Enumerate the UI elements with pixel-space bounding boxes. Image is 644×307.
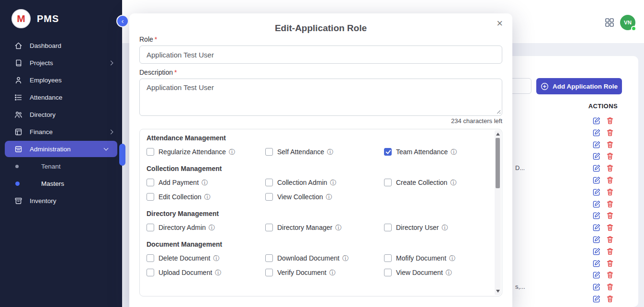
sidebar-item-attendance[interactable]: Attendance xyxy=(0,89,122,106)
sidebar-item-administration[interactable]: Administration xyxy=(5,141,117,157)
info-icon[interactable]: ⓘ xyxy=(213,255,219,262)
checkbox-regularize-attendance[interactable] xyxy=(147,148,154,156)
info-icon[interactable]: ⓘ xyxy=(209,225,215,231)
delete-icon[interactable] xyxy=(606,224,614,231)
info-icon[interactable]: ⓘ xyxy=(202,180,208,186)
delete-icon[interactable] xyxy=(606,117,614,125)
close-icon[interactable]: × xyxy=(495,16,505,31)
delete-icon[interactable] xyxy=(606,164,614,172)
checkbox-view-document[interactable] xyxy=(384,269,392,276)
sidebar-item-projects[interactable]: Projects xyxy=(0,54,122,71)
permission-directory-manager: Directory Managerⓘ xyxy=(265,223,384,232)
edit-icon[interactable] xyxy=(593,248,600,255)
delete-icon[interactable] xyxy=(606,295,614,303)
checkbox-create-collection[interactable] xyxy=(384,179,392,186)
sidebar-collapse-button[interactable]: ‹ xyxy=(116,15,129,27)
delete-icon[interactable] xyxy=(606,236,614,243)
edit-icon[interactable] xyxy=(593,141,600,148)
required-marker: * xyxy=(174,68,177,76)
info-icon[interactable]: ⓘ xyxy=(342,255,349,262)
edit-icon[interactable] xyxy=(593,129,600,136)
edit-icon[interactable] xyxy=(593,117,600,125)
info-icon[interactable]: ⓘ xyxy=(441,225,448,231)
sidebar-subitem-tenant[interactable]: Tenant xyxy=(0,158,122,175)
permission-view-collection: View Collectionⓘ xyxy=(265,193,384,201)
info-icon[interactable]: ⓘ xyxy=(327,149,333,155)
add-application-role-button[interactable]: Add Application Role xyxy=(536,78,622,94)
table-row xyxy=(508,115,637,127)
checkbox-directory-admin[interactable] xyxy=(147,224,154,231)
delete-icon[interactable] xyxy=(606,248,614,255)
edit-icon[interactable] xyxy=(593,236,600,243)
checkbox-directory-user[interactable] xyxy=(384,224,392,231)
edit-icon[interactable] xyxy=(593,164,600,172)
delete-icon[interactable] xyxy=(606,152,614,160)
permission-label: Add Payment xyxy=(158,179,199,186)
checkbox-mofify-document[interactable] xyxy=(384,254,392,262)
checkbox-directory-manager[interactable] xyxy=(265,224,273,231)
checkbox-view-collection[interactable] xyxy=(265,193,273,201)
scroll-up-icon[interactable] xyxy=(496,133,500,136)
checkbox-add-payment[interactable] xyxy=(147,179,154,186)
role-input[interactable] xyxy=(139,45,502,64)
checkbox-download-document[interactable] xyxy=(265,254,273,262)
edit-icon[interactable] xyxy=(593,152,600,160)
permission-label: Self Attendance xyxy=(277,148,324,156)
edit-icon[interactable] xyxy=(593,295,600,303)
delete-icon[interactable] xyxy=(606,260,614,267)
info-icon[interactable]: ⓘ xyxy=(446,270,452,276)
delete-icon[interactable] xyxy=(606,188,614,196)
modal-form: Role* Description* Application Test User… xyxy=(129,24,512,296)
checkbox-self-attendance[interactable] xyxy=(265,148,273,156)
permission-label: Verify Document xyxy=(277,269,327,276)
avatar-initials: VN xyxy=(624,20,632,25)
checkbox-team-attendance[interactable] xyxy=(384,148,392,156)
info-icon[interactable]: ⓘ xyxy=(335,225,341,231)
info-icon[interactable]: ⓘ xyxy=(330,180,336,186)
table-actions-rows: D...s,... xyxy=(508,115,637,307)
info-icon[interactable]: ⓘ xyxy=(451,149,457,155)
checkbox-collection-admin[interactable] xyxy=(265,179,273,186)
edit-icon[interactable] xyxy=(593,200,600,208)
checkbox-upload-document[interactable] xyxy=(147,269,154,276)
delete-icon[interactable] xyxy=(606,212,614,219)
delete-icon[interactable] xyxy=(606,283,614,291)
info-icon[interactable]: ⓘ xyxy=(329,270,336,276)
edit-icon[interactable] xyxy=(593,283,600,291)
scrollbar-thumb[interactable] xyxy=(496,138,500,188)
permission-label: Directory User xyxy=(396,224,439,231)
description-textarea[interactable]: Application Test User xyxy=(139,79,502,116)
checkbox-delete-document[interactable] xyxy=(147,254,154,262)
edit-icon[interactable] xyxy=(593,188,600,196)
checkbox-edit-collection[interactable] xyxy=(147,193,154,201)
apps-grid-icon[interactable] xyxy=(605,18,614,27)
edit-icon[interactable] xyxy=(593,224,600,231)
edit-icon[interactable] xyxy=(593,260,600,267)
scroll-down-icon[interactable] xyxy=(496,290,500,293)
sidebar-item-dashboard[interactable]: Dashboard xyxy=(0,37,122,54)
info-icon[interactable]: ⓘ xyxy=(326,194,332,200)
checkbox-verify-document[interactable] xyxy=(265,269,273,276)
info-icon[interactable]: ⓘ xyxy=(215,270,221,276)
edit-icon[interactable] xyxy=(593,176,600,184)
info-icon[interactable]: ⓘ xyxy=(450,180,456,186)
info-icon[interactable]: ⓘ xyxy=(229,149,235,155)
info-icon[interactable]: ⓘ xyxy=(204,194,211,200)
edit-icon[interactable] xyxy=(593,271,600,279)
delete-icon[interactable] xyxy=(606,129,614,136)
sidebar-subitem-masters[interactable]: Masters xyxy=(0,175,122,192)
permission-mofify-document: Mofify Documentⓘ xyxy=(384,254,483,262)
avatar[interactable]: VN xyxy=(620,15,635,30)
delete-icon[interactable] xyxy=(606,200,614,208)
delete-icon[interactable] xyxy=(606,271,614,279)
sidebar-item-inventory[interactable]: Inventory xyxy=(0,192,122,209)
delete-icon[interactable] xyxy=(606,176,614,184)
delete-icon[interactable] xyxy=(606,141,614,148)
edit-icon[interactable] xyxy=(593,212,600,219)
sidebar-item-employees[interactable]: Employees xyxy=(0,71,122,89)
sidebar-item-directory[interactable]: Directory xyxy=(0,106,122,123)
sidebar-item-finance[interactable]: Finance xyxy=(0,123,122,140)
info-icon[interactable]: ⓘ xyxy=(449,255,455,262)
scrollbar[interactable] xyxy=(495,130,501,295)
required-marker: * xyxy=(155,35,157,43)
